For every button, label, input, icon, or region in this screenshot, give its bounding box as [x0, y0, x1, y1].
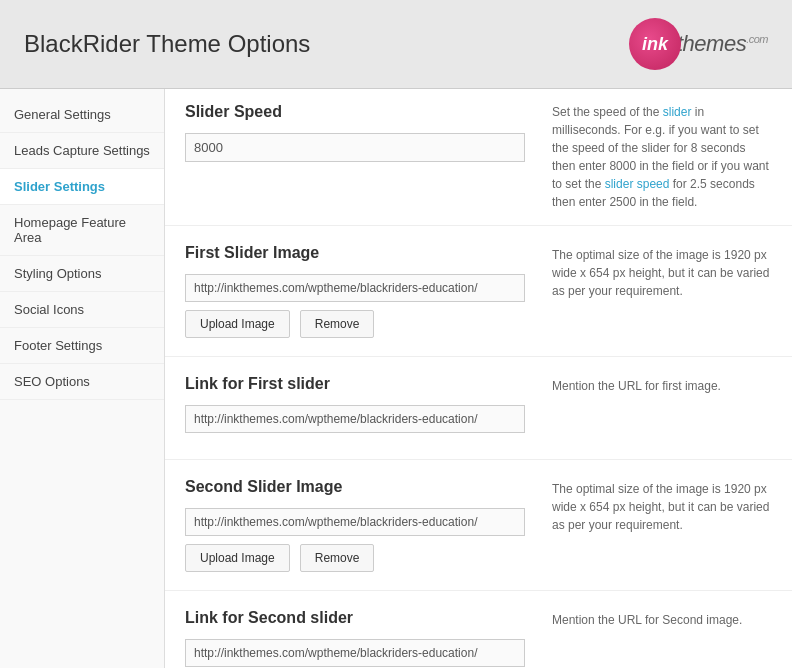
- sidebar-item-slider-settings[interactable]: Slider Settings: [0, 169, 164, 205]
- first-slider-image-url-input[interactable]: [185, 274, 525, 302]
- second-slider-image-section: Second Slider Image Upload Image Remove …: [165, 460, 792, 591]
- link-second-slider-description: Mention the URL for Second image.: [552, 609, 772, 668]
- link-first-slider-description: Mention the URL for first image.: [552, 375, 772, 441]
- sidebar-item-footer-settings[interactable]: Footer Settings: [0, 328, 164, 364]
- content-area: Slider Speed Set the speed of the slider…: [165, 89, 792, 668]
- sidebar-item-leads-capture[interactable]: Leads Capture Settings: [0, 133, 164, 169]
- first-slider-remove-button[interactable]: Remove: [300, 310, 375, 338]
- slider-speed-left: Slider Speed: [185, 103, 532, 211]
- second-slider-upload-button[interactable]: Upload Image: [185, 544, 290, 572]
- link-second-slider-title: Link for Second slider: [185, 609, 532, 627]
- sidebar-item-homepage-feature[interactable]: Homepage Feature Area: [0, 205, 164, 256]
- second-slider-image-url-input[interactable]: [185, 508, 525, 536]
- link-first-slider-title: Link for First slider: [185, 375, 532, 393]
- first-slider-image-description: The optimal size of the image is 1920 px…: [552, 244, 772, 338]
- second-slider-image-left: Second Slider Image Upload Image Remove: [185, 478, 532, 572]
- page-header: BlackRider Theme Options ink themes.com: [0, 0, 792, 89]
- sidebar-item-seo-options[interactable]: SEO Options: [0, 364, 164, 400]
- second-slider-image-title: Second Slider Image: [185, 478, 532, 496]
- slider-link-1[interactable]: slider: [663, 105, 692, 119]
- link-first-slider-input[interactable]: [185, 405, 525, 433]
- first-slider-upload-button[interactable]: Upload Image: [185, 310, 290, 338]
- link-first-slider-left: Link for First slider: [185, 375, 532, 441]
- first-slider-image-section: First Slider Image Upload Image Remove T…: [165, 226, 792, 357]
- first-slider-image-title: First Slider Image: [185, 244, 532, 262]
- sidebar-item-social-icons[interactable]: Social Icons: [0, 292, 164, 328]
- sidebar-item-styling-options[interactable]: Styling Options: [0, 256, 164, 292]
- logo: ink themes.com: [629, 18, 768, 70]
- slider-speed-description: Set the speed of the slider in milliseco…: [552, 103, 772, 211]
- first-slider-image-buttons: Upload Image Remove: [185, 310, 532, 338]
- sidebar: General Settings Leads Capture Settings …: [0, 89, 165, 668]
- logo-icon: ink: [629, 18, 681, 70]
- logo-themes-text: themes.com: [677, 31, 768, 57]
- link-second-slider-left: Link for Second slider: [185, 609, 532, 668]
- sidebar-item-general-settings[interactable]: General Settings: [0, 97, 164, 133]
- link-first-slider-section: Link for First slider Mention the URL fo…: [165, 357, 792, 460]
- second-slider-image-buttons: Upload Image Remove: [185, 544, 532, 572]
- page-title: BlackRider Theme Options: [24, 30, 310, 58]
- first-slider-image-left: First Slider Image Upload Image Remove: [185, 244, 532, 338]
- link-second-slider-input[interactable]: [185, 639, 525, 667]
- slider-link-2[interactable]: slider speed: [605, 177, 670, 191]
- slider-speed-section: Slider Speed Set the speed of the slider…: [165, 89, 792, 226]
- logo-ink-text: ink: [642, 34, 668, 55]
- link-second-slider-section: Link for Second slider Mention the URL f…: [165, 591, 792, 668]
- second-slider-remove-button[interactable]: Remove: [300, 544, 375, 572]
- main-layout: General Settings Leads Capture Settings …: [0, 89, 792, 668]
- slider-speed-input[interactable]: [185, 133, 525, 162]
- second-slider-image-description: The optimal size of the image is 1920 px…: [552, 478, 772, 572]
- slider-speed-title: Slider Speed: [185, 103, 532, 121]
